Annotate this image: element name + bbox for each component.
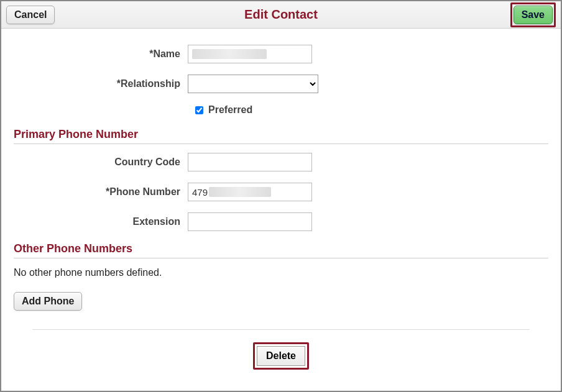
header-bar: Cancel Edit Contact Save [1, 1, 561, 29]
add-phone-button[interactable]: Add Phone [14, 292, 82, 311]
preferred-row: Preferred [195, 104, 548, 116]
save-highlight-box: Save [510, 2, 556, 27]
name-row: *Name [14, 45, 548, 63]
relationship-label: *Relationship [14, 78, 188, 89]
bottom-divider [32, 329, 530, 330]
content-area: *Name *Relationship Preferred Primary Ph… [1, 29, 561, 382]
delete-button[interactable]: Delete [257, 346, 305, 366]
preferred-label: Preferred [208, 104, 252, 116]
phone-number-input[interactable]: 479 [188, 183, 312, 201]
primary-phone-section-title: Primary Phone Number [14, 128, 548, 144]
name-input[interactable] [188, 45, 312, 63]
page-title: Edit Contact [1, 7, 561, 22]
phone-prefix: 479 [192, 187, 208, 198]
phone-number-label: *Phone Number [14, 186, 188, 198]
save-button[interactable]: Save [514, 6, 553, 24]
country-code-input[interactable] [188, 153, 312, 171]
country-code-label: Country Code [14, 157, 188, 168]
phone-number-row: *Phone Number 479 [14, 183, 548, 201]
extension-row: Extension [14, 212, 548, 231]
cancel-button[interactable]: Cancel [6, 6, 55, 24]
preferred-checkbox[interactable] [195, 106, 203, 114]
country-code-row: Country Code [14, 153, 548, 171]
other-phone-section-title: Other Phone Numbers [14, 242, 548, 258]
extension-input[interactable] [188, 212, 312, 231]
no-other-phone-text: No other phone numbers defined. [14, 267, 548, 278]
extension-label: Extension [14, 216, 188, 227]
name-label: *Name [14, 48, 188, 60]
relationship-row: *Relationship [14, 75, 548, 93]
footer-area: Delete [14, 337, 548, 370]
delete-highlight-box: Delete [253, 342, 309, 370]
relationship-select[interactable] [188, 75, 318, 93]
